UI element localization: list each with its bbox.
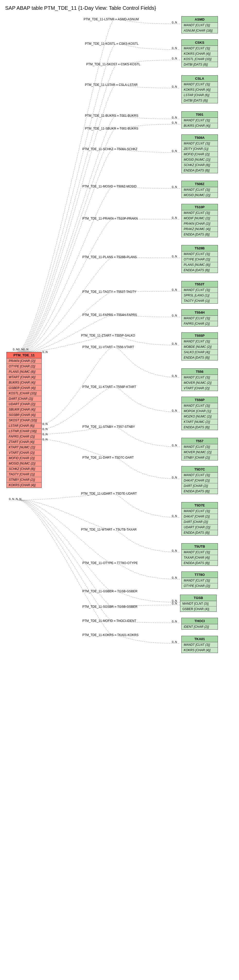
- table-field: ASNUM [CHAR (18)]: [182, 28, 218, 33]
- table-field: FAPRS [CHAR (2)]: [182, 321, 218, 326]
- table-header: T510P: [182, 204, 218, 210]
- cardinality-label: 0..N: [172, 374, 177, 377]
- target-table-asmd: ASMDMANDT [CLNT (3)]ASNUM [CHAR (18)]: [182, 16, 218, 33]
- table-field: DATBI [DATS (8)]: [182, 98, 218, 103]
- table-field: MANDT [CLNT (3)]: [180, 601, 217, 606]
- table-header: T528B: [182, 245, 218, 251]
- table-header: T5D7E: [182, 502, 218, 509]
- table-field: MANDT [CLNT (3)]: [182, 550, 218, 555]
- target-table-t5d7c: T5D7CMANDT [CLNT (3)]DAKAT [CHAR (2)]DAR…: [182, 466, 218, 494]
- table-field: DART [CHAR (2)]: [182, 483, 218, 489]
- table-field: BUKRS [CHAR (4)]: [182, 123, 218, 128]
- cardinality-label: 0..N: [172, 444, 177, 447]
- target-table-t510p: T510PMANDT [CLNT (3)]MODIF [NUMC (2)]PRA…: [182, 204, 218, 237]
- table-field: UDART [CHAR (2)]: [182, 525, 218, 530]
- table-field: ZTART [CHAR (4)]: [7, 439, 41, 445]
- table-field: MOSID [NUMC (2)]: [7, 461, 41, 466]
- card-label: 0..N0..N0..N: [13, 348, 29, 351]
- table-field: VTART [CHAR (2)]: [182, 386, 218, 391]
- relation-label: PTM_TDE_11-SKOST = CSKS-KOSTL: [86, 62, 140, 66]
- table-field: ENDDA [DATS (8)]: [182, 560, 218, 566]
- target-table-t555p: T555PMANDT [CLNT (3)]MOBDE [NUMC (2)]SAL…: [182, 332, 218, 360]
- cardinality-label: 0..N: [172, 150, 177, 153]
- target-table-csla: CSLAMANDT [CLNT (3)]KOKRS [CHAR (4)]LSTA…: [182, 75, 218, 103]
- table-field: MANDT [CLNT (3)]: [182, 82, 218, 87]
- table-field: KOKRS [CHAR (4)]: [182, 87, 218, 92]
- table-field: MOVER [NUMC (2)]: [182, 380, 218, 386]
- relation-label: PTM_TDE_11-WTART = T5UTB-TAXAR: [81, 528, 137, 531]
- cardinality-label: 0..N: [172, 46, 177, 49]
- table-field: MANDT [CLNT (3)]: [182, 251, 218, 257]
- relation-label: PTM_TDE_11-KOSTL = CSKS-KOSTL: [85, 42, 139, 46]
- table-header: PTM_TDE_11: [7, 352, 41, 358]
- cardinality-label: 0..N: [172, 216, 177, 219]
- table-field: MANDT [CLNT (3)]: [182, 339, 218, 344]
- target-table-t553t: T553TMANDT [CLNT (3)]SPRSL [LANG (1)]TAG…: [182, 281, 218, 304]
- cardinality-label: 0..N: [172, 255, 177, 258]
- target-table-t557: T557MANDT [CLNT (3)]MOVER [NUMC (2)]STNB…: [182, 438, 218, 460]
- table-field: GSBER [CHAR (4)]: [180, 606, 217, 612]
- table-field: OTYPE [CHAR (2)]: [7, 364, 41, 369]
- relation-label: PTM_TDE_11-TAGTY = T553T-TAGTY: [82, 290, 136, 294]
- table-field: SCHKZ [CHAR (8)]: [182, 162, 218, 168]
- table-field: KOKRS [CHAR (4)]: [182, 648, 218, 653]
- target-table-t5utb: T5UTBMANDT [CLNT (3)]TAXAR [CHAR (4)]END…: [182, 543, 218, 566]
- cardinality-label: 0..N: [172, 288, 177, 291]
- table-field: MANDT [CLNT (3)]: [182, 509, 218, 514]
- table-field: ENDDA [DATS (8)]: [182, 267, 218, 273]
- table-field: FAPRS [CHAR (2)]: [7, 434, 41, 439]
- table-header: T554H: [182, 310, 218, 316]
- table-field: ZEITY [CHAR (1)]: [182, 146, 218, 152]
- table-header: T778O: [182, 572, 218, 578]
- table-header: T557: [182, 438, 218, 444]
- page-title: SAP ABAP table PTM_TDE_11 {1-Day View: T…: [5, 5, 239, 11]
- table-field: MOFID [CHAR (2)]: [182, 152, 218, 157]
- table-field: PRAKN [CHAR (2)]: [7, 358, 41, 364]
- relation-label: PTM_TDE_11-DART = T5D7C-DART: [82, 456, 134, 460]
- relation-label: PTM_TDE_11-PLANS = T528B-PLANS: [82, 255, 137, 259]
- table-field: MOVER [NUMC (2)]: [182, 450, 218, 455]
- cardinality-label: 0..N: [172, 549, 177, 552]
- relation-label: PTM_TDE_11-GSBER = TGSB-GSBER: [82, 590, 137, 593]
- table-field: STNBY [CHAR (2)]: [7, 477, 41, 482]
- table-field: ENDDA [DATS (8)]: [182, 355, 218, 360]
- cardinality-label: 0..N: [172, 121, 177, 124]
- relation-label: PTM_TDE_11-SGSBR = TGSB-GSBER: [82, 605, 137, 609]
- table-field: MANDT [CLNT (3)]: [182, 22, 218, 28]
- cardinality-label: 0..N: [43, 422, 48, 425]
- table-field: MANDT [CLNT (3)]: [182, 46, 218, 51]
- table-field: KOKRS [CHAR (4)]: [7, 482, 41, 488]
- table-field: MANDT [CLNT (3)]: [182, 210, 218, 216]
- cardinality-label: 0..N: [43, 350, 48, 353]
- cardinality-label: 0..N: [172, 116, 177, 119]
- table-header: CSKS: [182, 40, 218, 46]
- table-header: T001: [182, 111, 218, 118]
- target-table-t001: T001MANDT [CLNT (3)]BUKRS [CHAR (4)]: [182, 111, 218, 129]
- table-header: TKA01: [182, 636, 218, 642]
- cardinality-label: 0..N: [172, 514, 177, 517]
- table-field: MOSID [NUMC (2)]: [182, 192, 218, 198]
- table-field: PLANS [NUMC (8)]: [182, 262, 218, 267]
- table-field: DART [CHAR (2)]: [7, 396, 41, 402]
- relation-label: PTM_TDE_11-VTART = T556-VTART: [82, 345, 134, 349]
- table-field: MANDT [CLNT (3)]: [182, 316, 218, 321]
- relation-label: PTM_TDE_11-STNBY = T557-STNBY: [82, 425, 135, 428]
- table-field: TAGTY [CHAR (1)]: [182, 298, 218, 303]
- cardinality-label: 0..N: [43, 428, 48, 431]
- cardinality-label: 0..N: [172, 342, 177, 345]
- table-field: DART [CHAR (2)]: [182, 519, 218, 525]
- table-header: T556P: [182, 397, 218, 403]
- target-table-t556: T556MANDT [CLNT (3)]MOVER [NUMC (2)]VTAR…: [182, 368, 218, 391]
- table-field: MANDT [CLNT (3)]: [182, 403, 218, 409]
- cardinality-label: 0..N: [172, 314, 177, 317]
- relation-label: PTM_TDE_11-MOSID = T508Z-MOSID: [82, 185, 137, 188]
- relation-label: PTM_TDE_11-ZTART = T555P-SALKO: [81, 334, 135, 337]
- table-field: LSTAR [CHAR (6)]: [7, 423, 41, 428]
- table-field: MOSID [NUMC (2)]: [182, 157, 218, 162]
- relation-label: PTM_TDE_11-LSTAR = CSLA-LSTAR: [85, 83, 138, 87]
- table-field: MOZKO [NUMC (2)]: [182, 414, 218, 419]
- table-field: MOBDE [NUMC (2)]: [182, 344, 218, 350]
- table-field: ENDDA [DATS (8)]: [182, 232, 218, 237]
- table-field: ENDDA [DATS (8)]: [182, 168, 218, 173]
- table-field: KOKRS [CHAR (4)]: [182, 51, 218, 57]
